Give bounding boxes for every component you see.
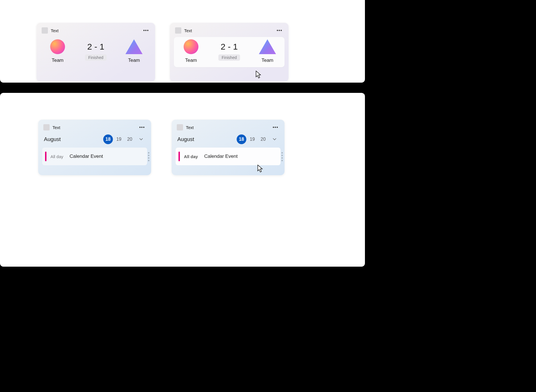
day-18[interactable]: 18 <box>103 134 113 144</box>
chevron-down-icon[interactable] <box>270 135 279 144</box>
score-center: 2 - 1 Finished <box>218 42 240 61</box>
app-icon-placeholder <box>43 124 50 130</box>
day-20[interactable]: 20 <box>258 134 268 144</box>
team-a-logo <box>184 39 198 54</box>
team-a-label: Team <box>185 58 197 63</box>
team-b-label: Team <box>128 58 140 63</box>
event-color-accent <box>178 152 180 161</box>
month-label: August <box>44 136 103 142</box>
calendar-event-row-hover[interactable]: All day Calendar Event <box>176 148 281 165</box>
cursor-icon <box>255 71 262 79</box>
team-a: Team <box>46 39 69 63</box>
event-title: Calendar Event <box>204 154 237 159</box>
score-value: 2 - 1 <box>87 42 104 52</box>
team-b: Team <box>123 39 145 63</box>
widget-title: Text <box>51 28 142 33</box>
scroll-indicator-dots <box>148 152 149 161</box>
day-19[interactable]: 19 <box>247 134 257 144</box>
team-a: Team <box>180 39 202 63</box>
app-icon-placeholder <box>177 124 183 130</box>
team-b-logo <box>259 39 276 54</box>
widget-title: Text <box>52 125 138 130</box>
month-label: August <box>177 136 236 142</box>
team-b-label: Team <box>261 58 273 63</box>
app-icon-placeholder <box>175 27 181 34</box>
widget-header: Text ••• <box>170 23 289 37</box>
more-options-button[interactable]: ••• <box>138 124 146 131</box>
team-a-logo <box>50 39 65 54</box>
more-options-button[interactable]: ••• <box>142 27 150 34</box>
scroll-indicator-dots <box>281 152 283 161</box>
widget-header: Text ••• <box>172 120 285 134</box>
sports-score-widget-hover[interactable]: Text ••• Team 2 - 1 Finished Team <box>170 23 289 82</box>
calendar-event-row[interactable]: All day Calendar Event <box>42 148 147 165</box>
widget-header: Text ••• <box>38 120 151 134</box>
sports-score-widget-rest[interactable]: Text ••• Team 2 - 1 Finished Team <box>36 23 155 82</box>
team-b: Team <box>256 39 279 63</box>
event-title: Calendar Event <box>70 154 103 159</box>
day-18[interactable]: 18 <box>237 134 246 144</box>
calendar-date-row: August 18 19 20 <box>38 134 151 146</box>
team-a-label: Team <box>52 58 64 63</box>
event-time: All day <box>50 154 63 159</box>
app-icon-placeholder <box>42 27 48 34</box>
match-status: Finished <box>85 54 107 61</box>
day-20[interactable]: 20 <box>125 134 135 144</box>
widget-title: Text <box>186 125 271 130</box>
cursor-icon <box>257 165 263 173</box>
widget-header: Text ••• <box>36 23 155 37</box>
score-body-hover[interactable]: Team 2 - 1 Finished Team <box>174 37 285 67</box>
widget-title: Text <box>184 28 275 33</box>
calendar-date-row: August 18 19 20 <box>172 134 285 146</box>
event-time: All day <box>184 154 198 159</box>
team-b-logo <box>125 39 143 54</box>
day-19[interactable]: 19 <box>114 134 124 144</box>
match-status: Finished <box>218 54 240 61</box>
event-color-accent <box>45 152 46 161</box>
calendar-widget-rest[interactable]: Text ••• August 18 19 20 All day Calenda… <box>38 120 151 175</box>
score-center: 2 - 1 Finished <box>85 42 107 61</box>
more-options-button[interactable]: ••• <box>275 27 283 34</box>
score-body[interactable]: Team 2 - 1 Finished Team <box>36 37 155 63</box>
chevron-down-icon[interactable] <box>137 135 145 144</box>
score-value: 2 - 1 <box>221 42 238 52</box>
more-options-button[interactable]: ••• <box>271 124 279 131</box>
calendar-widget-hover[interactable]: Text ••• August 18 19 20 All day Calenda… <box>172 120 285 175</box>
